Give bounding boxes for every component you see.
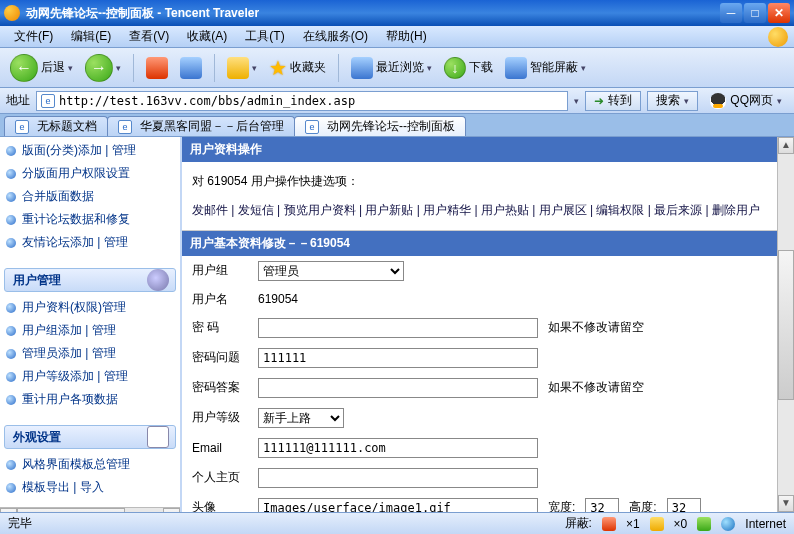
value-username: 619054: [258, 292, 298, 306]
tab-label: 华夏黑客同盟－－后台管理: [140, 118, 284, 135]
bullet-icon: [6, 326, 16, 336]
input-answer[interactable]: [258, 378, 538, 398]
url-value: http://test.163vv.com/bbs/admin_index.as…: [59, 94, 355, 108]
sidebar-item[interactable]: 友情论坛添加 | 管理: [6, 231, 180, 254]
tab-untitled[interactable]: e无标题文档: [4, 116, 108, 136]
globe-icon: [721, 517, 735, 531]
forward-arrow-icon: →: [85, 54, 113, 82]
menu-help[interactable]: 帮助(H): [378, 26, 435, 47]
note-answer: 如果不修改请留空: [548, 379, 644, 396]
smartblock-label: 智能屏蔽: [530, 59, 578, 76]
shield-icon: [505, 57, 527, 79]
note-pwd: 如果不修改请留空: [548, 319, 644, 336]
zone-label: Internet: [745, 517, 786, 531]
input-height[interactable]: [667, 498, 701, 512]
select-usergroup[interactable]: 管理员: [258, 261, 404, 281]
scroll-down-icon[interactable]: ▼: [778, 495, 794, 512]
sidebar-item[interactable]: 重计论坛数据和修复: [6, 208, 180, 231]
qq-penguin-icon: [710, 93, 726, 109]
label-level: 用户等级: [192, 409, 248, 426]
tab-strip: e无标题文档 e华夏黑客同盟－－后台管理 e动网先锋论坛--控制面板: [0, 114, 794, 136]
scroll-thumb[interactable]: [778, 250, 794, 400]
bullet-icon: [6, 303, 16, 313]
refresh-button[interactable]: [176, 55, 206, 81]
bullet-icon: [6, 215, 16, 225]
title-bar: 动网先锋论坛--控制面板 - Tencent Traveler ─ □ ✕: [0, 0, 794, 26]
forward-button[interactable]: → ▾: [81, 52, 125, 84]
bullet-icon: [6, 169, 16, 179]
popup-block-icon[interactable]: [602, 517, 616, 531]
search-button[interactable]: 搜索▾: [647, 91, 698, 111]
main-v-scrollbar[interactable]: ▲ ▼: [777, 137, 794, 512]
menu-favorites[interactable]: 收藏(A): [179, 26, 235, 47]
chevron-down-icon[interactable]: ▾: [574, 96, 579, 106]
sidebar-item-label: 版面(分类)添加 | 管理: [22, 142, 136, 159]
back-label: 后退: [41, 59, 65, 76]
back-button[interactable]: ← 后退 ▾: [6, 52, 77, 84]
smartblock-button[interactable]: 智能屏蔽 ▾: [501, 55, 590, 81]
input-width[interactable]: [585, 498, 619, 512]
label-question: 密码问题: [192, 349, 248, 366]
handler-icon[interactable]: [697, 517, 711, 531]
label-pwd: 密 码: [192, 319, 248, 336]
sidebar-item[interactable]: 版面(分类)添加 | 管理: [6, 139, 180, 162]
recent-button[interactable]: 最近浏览 ▾: [347, 55, 436, 81]
section-user-manage[interactable]: 用户管理: [4, 268, 176, 292]
section-label: 用户管理: [13, 272, 61, 289]
input-avatar[interactable]: [258, 498, 538, 512]
sidebar-item[interactable]: 风格界面模板总管理: [6, 453, 180, 476]
maximize-button[interactable]: □: [744, 3, 766, 23]
chevron-down-icon: ▾: [427, 63, 432, 73]
tab-huaxia[interactable]: e华夏黑客同盟－－后台管理: [107, 116, 295, 136]
input-email[interactable]: [258, 438, 538, 458]
close-button[interactable]: ✕: [768, 3, 790, 23]
download-button[interactable]: ↓ 下载: [440, 55, 497, 81]
menu-file[interactable]: 文件(F): [6, 26, 61, 47]
url-input[interactable]: e http://test.163vv.com/bbs/admin_index.…: [36, 91, 568, 111]
input-homepage[interactable]: [258, 468, 538, 488]
tab-label: 无标题文档: [37, 118, 97, 135]
quick-links[interactable]: 发邮件 | 发短信 | 预览用户资料 | 用户新贴 | 用户精华 | 用户热贴 …: [192, 199, 784, 222]
sidebar-item[interactable]: 用户组添加 | 管理: [6, 319, 180, 342]
label-answer: 密码答案: [192, 379, 248, 396]
input-password[interactable]: [258, 318, 538, 338]
sidebar-item[interactable]: 分版面用户权限设置: [6, 162, 180, 185]
menu-view[interactable]: 查看(V): [121, 26, 177, 47]
sidebar-item[interactable]: 合并版面数据: [6, 185, 180, 208]
favorites-button[interactable]: ★ 收藏夹: [265, 54, 330, 82]
download-icon: ↓: [444, 57, 466, 79]
favorites-label: 收藏夹: [290, 59, 326, 76]
sidebar-item[interactable]: 用户资料(权限)管理: [6, 296, 180, 319]
appearance-section-icon: [147, 426, 169, 448]
sidebar-item[interactable]: 用户等级添加 | 管理: [6, 365, 180, 388]
section-label: 外观设置: [13, 429, 61, 446]
menu-online[interactable]: 在线服务(O): [295, 26, 376, 47]
qq-webpage-button[interactable]: QQ网页 ▾: [704, 92, 788, 109]
sidebar-item[interactable]: 重计用户各项数据: [6, 388, 180, 411]
sidebar-item[interactable]: 管理员添加 | 管理: [6, 342, 180, 365]
sidebar-item[interactable]: 模板导出 | 导入: [6, 476, 180, 499]
recent-label: 最近浏览: [376, 59, 424, 76]
label-homepage: 个人主页: [192, 469, 248, 486]
select-userlevel[interactable]: 新手上路: [258, 408, 344, 428]
panel-user-edit-title: 用户基本资料修改－－619054: [182, 231, 794, 256]
menu-tools[interactable]: 工具(T): [237, 26, 292, 47]
page-icon: e: [305, 120, 319, 134]
home-button[interactable]: ▾: [223, 55, 261, 81]
stop-button[interactable]: [142, 55, 172, 81]
quick-intro: 对 619054 用户操作快捷选项：: [192, 170, 784, 193]
status-bar: 完毕 屏蔽: ×1 ×0 Internet: [0, 512, 794, 534]
sidebar-item-label: 用户组添加 | 管理: [22, 322, 116, 339]
menu-edit[interactable]: 编辑(E): [63, 26, 119, 47]
scroll-up-icon[interactable]: ▲: [778, 137, 794, 154]
input-question[interactable]: [258, 348, 538, 368]
star-icon: ★: [269, 56, 287, 80]
tab-dvbbs[interactable]: e动网先锋论坛--控制面板: [294, 116, 466, 136]
search-label: 搜索: [656, 92, 680, 109]
float-block-icon[interactable]: [650, 517, 664, 531]
minimize-button[interactable]: ─: [720, 3, 742, 23]
menu-bar: 文件(F) 编辑(E) 查看(V) 收藏(A) 工具(T) 在线服务(O) 帮助…: [0, 26, 794, 48]
go-button[interactable]: ➜转到: [585, 91, 641, 111]
section-appearance[interactable]: 外观设置: [4, 425, 176, 449]
label-email: Email: [192, 441, 248, 455]
